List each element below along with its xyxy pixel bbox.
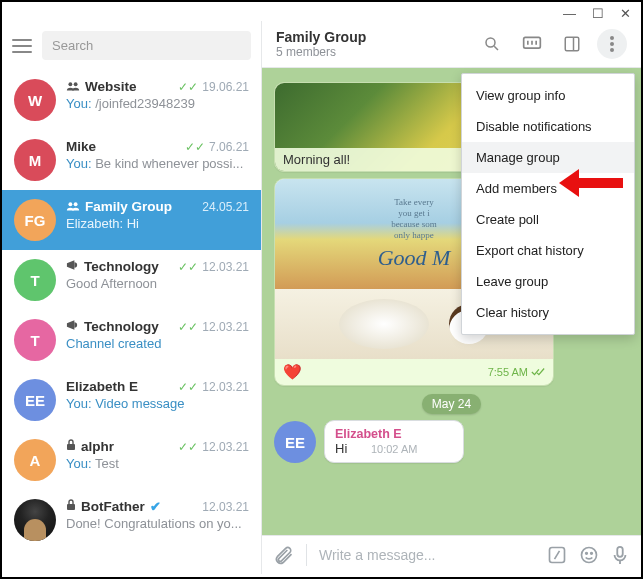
image-overlay-text: Good M: [378, 245, 451, 271]
menu-item[interactable]: Clear history: [462, 297, 634, 328]
more-options-icon[interactable]: [597, 29, 627, 59]
chat-list-item[interactable]: EEElizabeth E✓✓12.03.21You: Video messag…: [2, 370, 261, 430]
reaction-heart-icon[interactable]: ❤️: [283, 363, 302, 381]
chat-list-item[interactable]: WWebsite✓✓19.06.21You: /joinfed23948239: [2, 70, 261, 130]
channel-icon: [66, 319, 79, 334]
chat-avatar: [14, 499, 56, 541]
chat-avatar: M: [14, 139, 56, 181]
incoming-message[interactable]: EE Elizabeth E Hi 10:02 AM: [274, 420, 629, 463]
chat-subtitle: 5 members: [276, 45, 366, 59]
chat-date: 19.06.21: [202, 80, 249, 94]
message-composer: Write a message...: [262, 535, 641, 574]
chat-list-item[interactable]: BotFather ✔12.03.21Done! Congratulations…: [2, 490, 261, 550]
window-controls: — ☐ ✕: [2, 2, 641, 21]
date-separator: May 24: [422, 394, 481, 414]
read-checks-icon: ✓✓: [178, 320, 198, 334]
comments-icon[interactable]: [517, 29, 547, 59]
chat-avatar: EE: [14, 379, 56, 421]
chat-header[interactable]: Family Group 5 members: [262, 21, 641, 68]
chat-preview: Good Afternoon: [66, 276, 249, 291]
channel-icon: [66, 259, 79, 274]
svg-line-7: [494, 46, 498, 50]
sender-name: Elizabeth E: [335, 427, 453, 441]
read-checks-icon: ✓✓: [178, 260, 198, 274]
chat-preview: You: /joinfed23948239: [66, 96, 249, 111]
menu-item[interactable]: Leave group: [462, 266, 634, 297]
bot-commands-icon[interactable]: [547, 545, 567, 565]
sender-avatar[interactable]: EE: [274, 421, 316, 463]
read-checks-icon: ✓✓: [178, 380, 198, 394]
chat-list-item[interactable]: Aalphr✓✓12.03.21You: Test: [2, 430, 261, 490]
chat-preview: Elizabeth: Hi: [66, 216, 249, 231]
menu-item[interactable]: Export chat history: [462, 235, 634, 266]
menu-item[interactable]: Disable notifications: [462, 111, 634, 142]
chat-list: WWebsite✓✓19.06.21You: /joinfed23948239M…: [2, 70, 261, 574]
lock-icon: [66, 439, 76, 454]
chat-list-item[interactable]: FGFamily Group24.05.21Elizabeth: Hi: [2, 190, 261, 250]
sidebar: Search WWebsite✓✓19.06.21You: /joinfed23…: [2, 21, 262, 574]
svg-rect-12: [565, 37, 579, 51]
chat-date: 12.03.21: [202, 260, 249, 274]
svg-point-6: [486, 38, 495, 47]
chat-list-item[interactable]: TTechnology✓✓12.03.21Channel created: [2, 310, 261, 370]
chat-preview: You: Test: [66, 456, 249, 471]
message-input[interactable]: Write a message...: [319, 547, 535, 563]
svg-point-2: [68, 202, 72, 206]
chat-date: 12.03.21: [202, 320, 249, 334]
chat-name: Technology: [66, 319, 159, 334]
verified-icon: ✔: [150, 499, 161, 514]
svg-point-1: [74, 82, 78, 86]
svg-point-21: [591, 553, 593, 555]
chat-avatar: T: [14, 319, 56, 361]
window-minimize[interactable]: —: [563, 6, 576, 21]
chat-list-item[interactable]: MMike✓✓7.06.21You: Be kind whenever poss…: [2, 130, 261, 190]
svg-point-19: [582, 548, 597, 563]
svg-point-20: [586, 553, 588, 555]
menu-item[interactable]: Create poll: [462, 204, 634, 235]
window-close[interactable]: ✕: [620, 6, 631, 21]
svg-rect-4: [67, 444, 75, 450]
svg-point-15: [610, 42, 614, 46]
search-input[interactable]: Search: [42, 31, 251, 60]
side-panel-icon[interactable]: [557, 29, 587, 59]
read-checks-icon: ✓✓: [185, 140, 205, 154]
window-maximize[interactable]: ☐: [592, 6, 604, 21]
group-icon: [66, 200, 80, 214]
hamburger-menu-icon[interactable]: [12, 39, 32, 53]
annotation-arrow: [559, 169, 623, 197]
voice-message-icon[interactable]: [611, 545, 629, 565]
chat-avatar: A: [14, 439, 56, 481]
search-icon[interactable]: [477, 29, 507, 59]
chat-preview: You: Video message: [66, 396, 249, 411]
message-timestamp: 10:02 AM: [371, 443, 417, 455]
chat-name: Family Group: [66, 199, 172, 214]
chat-name: Technology: [66, 259, 159, 274]
svg-line-18: [555, 551, 560, 559]
chat-date: 24.05.21: [202, 200, 249, 214]
read-checks-icon: ✓✓: [178, 440, 198, 454]
svg-rect-5: [67, 504, 75, 510]
chat-name: Mike: [66, 139, 96, 154]
menu-item[interactable]: View group info: [462, 80, 634, 111]
chat-preview: Done! Congratulations on yo...: [66, 516, 249, 531]
chat-preview: Channel created: [66, 336, 249, 351]
chat-name: Elizabeth E: [66, 379, 138, 394]
emoji-icon[interactable]: [579, 545, 599, 565]
chat-list-item[interactable]: TTechnology✓✓12.03.21Good Afternoon: [2, 250, 261, 310]
group-icon: [66, 80, 80, 94]
chat-date: 12.03.21: [202, 380, 249, 394]
svg-point-14: [610, 36, 614, 40]
chat-avatar: W: [14, 79, 56, 121]
chat-avatar: FG: [14, 199, 56, 241]
chat-name: Website: [66, 79, 137, 94]
svg-point-16: [610, 48, 614, 52]
chat-name: BotFather ✔: [66, 499, 161, 514]
chat-date: 7.06.21: [209, 140, 249, 154]
chat-name: alphr: [66, 439, 114, 454]
main-panel: Family Group 5 members: [262, 21, 641, 574]
svg-rect-22: [617, 547, 622, 557]
message-timestamp: 7:55 AM: [488, 366, 545, 378]
chat-title: Family Group: [276, 29, 366, 45]
chat-preview: You: Be kind whenever possi...: [66, 156, 249, 171]
attach-icon[interactable]: [274, 545, 294, 565]
